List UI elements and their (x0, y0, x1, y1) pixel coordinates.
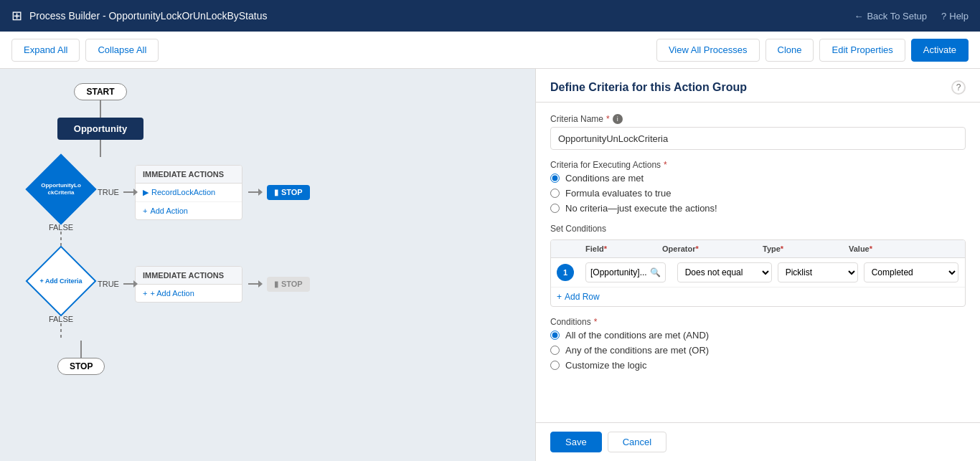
conditions-table: Field* Operator* Type* Value* 1 [Opportu… (550, 239, 966, 307)
radio-no-criteria-label: No criteria—just execute the actions! (565, 203, 717, 214)
criteria-name-label: Criteria Name * i (550, 114, 966, 124)
radio-customize[interactable]: Customize the logic (550, 360, 966, 371)
radio-formula[interactable]: Formula evaluates to true (550, 188, 966, 199)
panel-footer: Save Cancel (536, 422, 980, 461)
add-action-label-1: Add Action (150, 206, 188, 215)
back-to-setup-link[interactable]: ← Back To Setup (854, 11, 927, 22)
right-panel-title: Define Criteria for this Action Group (550, 81, 747, 94)
opportunity-node[interactable]: Opportunity (57, 118, 143, 140)
radio-no-criteria[interactable]: No criteria—just execute the actions! (550, 203, 966, 214)
value-select-1[interactable]: Completed Open Closed Won (864, 262, 958, 282)
stop-node[interactable]: STOP (57, 358, 105, 375)
top-bar-right: ← Back To Setup ? Help (854, 11, 969, 22)
action-bar-right: View All Processes Clone Edit Properties… (656, 39, 969, 62)
table-row: 1 [Opportunity]... 🔍 Does not equal Equa… (551, 258, 965, 287)
question-icon: ? (941, 11, 946, 22)
view-all-processes-button[interactable]: View All Processes (656, 39, 760, 62)
action-bar-left: Expand All Collapse All (11, 39, 159, 62)
activate-button[interactable]: Activate (911, 39, 969, 62)
clone-button[interactable]: Clone (765, 39, 814, 62)
connector-final (80, 341, 82, 358)
panel-help-icon[interactable]: ? (951, 80, 966, 95)
actions-box-1: IMMEDIATE ACTIONS ▶ RecordLockAction + A… (135, 165, 242, 220)
top-bar: ⊞ Process Builder - OpportunityLockOrUnL… (0, 0, 980, 32)
header-type: Type* (757, 240, 843, 257)
radio-any-or-label: Any of the conditions are met (OR) (565, 345, 709, 356)
radio-any-or[interactable]: Any of the conditions are met (OR) (550, 345, 966, 356)
criteria-name-input[interactable] (550, 127, 966, 150)
header-operator: Operator* (656, 240, 757, 257)
connector-start (100, 100, 101, 118)
radio-customize-input[interactable] (550, 361, 560, 370)
criteria-diamond[interactable]: OpportunityLockCriteria (29, 157, 93, 222)
header-field: Field* (580, 240, 656, 257)
stop-button-1[interactable]: ▮ STOP (267, 185, 310, 200)
type-select-1[interactable]: Picklist String Boolean (778, 262, 858, 282)
stop-icon-2: ▮ (274, 280, 278, 289)
radio-all-and-input[interactable] (550, 331, 560, 340)
radio-any-or-input[interactable] (550, 346, 560, 355)
action-item-1[interactable]: ▶ RecordLockAction (136, 184, 242, 202)
expand-all-button[interactable]: Expand All (11, 39, 80, 62)
add-criteria-diamond[interactable]: + Add Criteria (29, 249, 93, 313)
field-input-1[interactable]: [Opportunity]... 🔍 (585, 262, 666, 282)
connector-opp (100, 140, 101, 157)
stop-label-1: STOP (281, 188, 303, 196)
action-label-1: RecordLockAction (151, 188, 215, 196)
add-action-1[interactable]: + Add Action (136, 202, 242, 219)
actions-header-2: IMMEDIATE ACTIONS (136, 267, 242, 285)
canvas: START Opportunity OpportunityLockCriteri… (0, 69, 535, 461)
add-action-2[interactable]: + + Add Action (136, 285, 242, 302)
true-label-1: TRUE (98, 188, 119, 196)
app-icon: ⊞ (11, 8, 22, 24)
add-row-button[interactable]: + Add Row (551, 287, 965, 306)
radio-all-and[interactable]: All of the conditions are met (AND) (550, 330, 966, 341)
field-value-1: [Opportunity]... (590, 267, 647, 277)
criteria-exec-label: Criteria for Executing Actions * (550, 160, 966, 170)
radio-no-criteria-input[interactable] (550, 204, 560, 213)
plus-icon-1: + (143, 206, 147, 215)
true-label-2: TRUE (98, 280, 119, 288)
operator-select-1[interactable]: Does not equal Equals Contains (677, 262, 772, 282)
header-value: Value* (843, 240, 943, 257)
required-star-exec: * (664, 160, 667, 170)
edit-properties-button[interactable]: Edit Properties (819, 39, 905, 62)
collapse-all-button[interactable]: Collapse All (85, 39, 159, 62)
back-arrow-icon: ← (854, 11, 863, 22)
radio-conditions-met-input[interactable] (550, 174, 560, 183)
right-panel: Define Criteria for this Action Group ? … (535, 69, 980, 461)
criteria-info-icon[interactable]: i (613, 114, 623, 124)
flow: START Opportunity OpportunityLockCriteri… (14, 83, 521, 375)
add-action-label-2: + Add Action (150, 289, 194, 298)
cancel-button[interactable]: Cancel (608, 432, 666, 452)
arrow-1b (248, 191, 260, 193)
row-num-1: 1 (557, 264, 574, 281)
header-delete (943, 240, 965, 257)
set-conditions-label: Set Conditions (550, 224, 966, 234)
radio-conditions-met[interactable]: Conditions are met (550, 173, 966, 184)
right-panel-header: Define Criteria for this Action Group ? (536, 69, 980, 103)
delete-row-1[interactable]: ✕ (958, 267, 966, 278)
stop-icon-1: ▮ (274, 188, 278, 197)
save-button[interactable]: Save (550, 432, 602, 452)
top-bar-left: ⊞ Process Builder - OpportunityLockOrUnL… (11, 8, 267, 24)
conditions-label: Conditions * (550, 317, 966, 327)
action-icon-1: ▶ (143, 188, 149, 197)
start-node[interactable]: START (74, 83, 126, 100)
main-container: START Opportunity OpportunityLockCriteri… (0, 69, 980, 461)
header-num (551, 240, 580, 257)
radio-formula-input[interactable] (550, 189, 560, 198)
criteria-exec-radio-group: Conditions are met Formula evaluates to … (550, 173, 966, 214)
stop-button-2[interactable]: ▮ STOP (267, 277, 310, 292)
field-search-icon: 🔍 (650, 267, 661, 277)
required-star-conditions: * (594, 317, 598, 327)
conditions-table-header: Field* Operator* Type* Value* (551, 240, 965, 258)
arrow-2b (248, 283, 260, 285)
help-link[interactable]: ? Help (941, 11, 969, 22)
arrow-1 (123, 191, 135, 193)
plus-icon-row: + (557, 292, 562, 302)
add-row-label: Add Row (565, 292, 600, 302)
plus-icon-2: + (143, 289, 147, 298)
radio-conditions-met-label: Conditions are met (565, 173, 644, 184)
actions-header-1: IMMEDIATE ACTIONS (136, 166, 242, 184)
